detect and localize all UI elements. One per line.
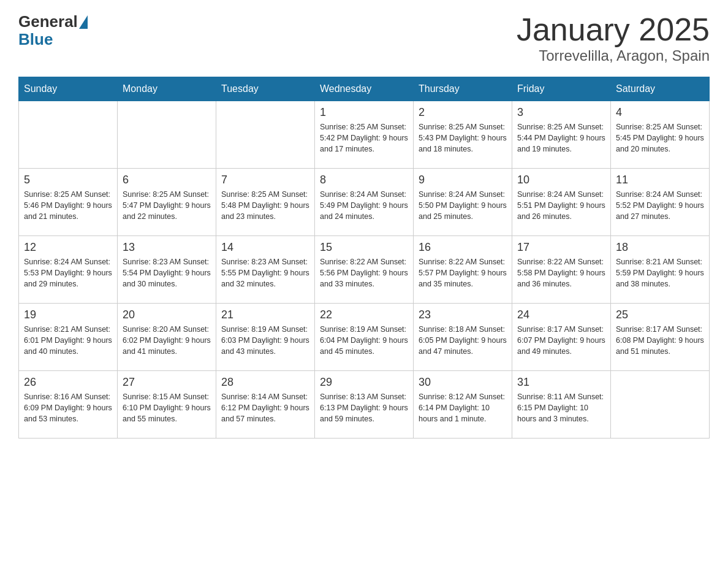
day-info: Sunrise: 8:20 AM Sunset: 6:02 PM Dayligh… xyxy=(123,324,211,357)
header-cell-wednesday: Wednesday xyxy=(315,77,414,101)
calendar-cell: 25Sunrise: 8:17 AM Sunset: 6:08 PM Dayli… xyxy=(611,304,710,371)
day-info: Sunrise: 8:25 AM Sunset: 5:45 PM Dayligh… xyxy=(616,121,704,155)
header-cell-friday: Friday xyxy=(512,77,611,101)
day-info: Sunrise: 8:17 AM Sunset: 6:07 PM Dayligh… xyxy=(517,324,605,357)
day-info: Sunrise: 8:19 AM Sunset: 6:04 PM Dayligh… xyxy=(320,324,408,357)
day-number: 17 xyxy=(517,241,605,254)
day-info: Sunrise: 8:22 AM Sunset: 5:58 PM Dayligh… xyxy=(517,256,605,289)
calendar-cell xyxy=(216,101,315,169)
day-number: 26 xyxy=(24,376,112,389)
day-info: Sunrise: 8:17 AM Sunset: 6:08 PM Dayligh… xyxy=(616,324,704,357)
calendar-cell: 4Sunrise: 8:25 AM Sunset: 5:45 PM Daylig… xyxy=(611,101,710,169)
calendar-cell: 24Sunrise: 8:17 AM Sunset: 6:07 PM Dayli… xyxy=(512,304,611,371)
day-info: Sunrise: 8:24 AM Sunset: 5:51 PM Dayligh… xyxy=(517,189,605,222)
calendar-cell: 15Sunrise: 8:22 AM Sunset: 5:56 PM Dayli… xyxy=(315,236,414,304)
day-info: Sunrise: 8:22 AM Sunset: 5:57 PM Dayligh… xyxy=(419,256,507,289)
day-info: Sunrise: 8:24 AM Sunset: 5:52 PM Dayligh… xyxy=(616,189,704,222)
day-info: Sunrise: 8:11 AM Sunset: 6:15 PM Dayligh… xyxy=(517,391,605,424)
day-number: 19 xyxy=(24,308,112,321)
day-info: Sunrise: 8:15 AM Sunset: 6:10 PM Dayligh… xyxy=(123,391,211,424)
header-cell-sunday: Sunday xyxy=(19,77,118,101)
header-cell-thursday: Thursday xyxy=(414,77,512,101)
calendar-subtitle: Torrevelilla, Aragon, Spain xyxy=(517,47,710,64)
calendar-cell: 16Sunrise: 8:22 AM Sunset: 5:57 PM Dayli… xyxy=(414,236,512,304)
day-info: Sunrise: 8:24 AM Sunset: 5:50 PM Dayligh… xyxy=(419,189,507,222)
day-info: Sunrise: 8:24 AM Sunset: 5:53 PM Dayligh… xyxy=(24,256,112,289)
day-number: 11 xyxy=(616,174,704,186)
day-number: 6 xyxy=(123,174,211,186)
day-number: 18 xyxy=(616,241,704,254)
day-number: 3 xyxy=(517,106,605,119)
title-block: January 2025 Torrevelilla, Aragon, Spain xyxy=(517,12,710,64)
calendar-cell: 27Sunrise: 8:15 AM Sunset: 6:10 PM Dayli… xyxy=(118,371,216,439)
calendar-week-row: 19Sunrise: 8:21 AM Sunset: 6:01 PM Dayli… xyxy=(19,304,710,371)
day-number: 1 xyxy=(320,106,408,119)
header-cell-monday: Monday xyxy=(118,77,216,101)
calendar-cell: 23Sunrise: 8:18 AM Sunset: 6:05 PM Dayli… xyxy=(414,304,512,371)
calendar-cell: 11Sunrise: 8:24 AM Sunset: 5:52 PM Dayli… xyxy=(611,169,710,236)
page-header: General Blue January 2025 Torrevelilla, … xyxy=(18,12,710,64)
day-number: 10 xyxy=(517,174,605,186)
day-info: Sunrise: 8:21 AM Sunset: 6:01 PM Dayligh… xyxy=(24,324,112,357)
calendar-cell: 9Sunrise: 8:24 AM Sunset: 5:50 PM Daylig… xyxy=(414,169,512,236)
day-number: 14 xyxy=(221,241,309,254)
calendar-cell: 29Sunrise: 8:13 AM Sunset: 6:13 PM Dayli… xyxy=(315,371,414,439)
day-number: 28 xyxy=(221,376,309,389)
calendar-cell: 26Sunrise: 8:16 AM Sunset: 6:09 PM Dayli… xyxy=(19,371,118,439)
day-number: 21 xyxy=(221,308,309,321)
header-cell-saturday: Saturday xyxy=(611,77,710,101)
calendar-cell: 17Sunrise: 8:22 AM Sunset: 5:58 PM Dayli… xyxy=(512,236,611,304)
header-cell-tuesday: Tuesday xyxy=(216,77,315,101)
day-number: 24 xyxy=(517,308,605,321)
calendar-cell: 13Sunrise: 8:23 AM Sunset: 5:54 PM Dayli… xyxy=(118,236,216,304)
header-row: SundayMondayTuesdayWednesdayThursdayFrid… xyxy=(19,77,710,101)
calendar-cell: 8Sunrise: 8:24 AM Sunset: 5:49 PM Daylig… xyxy=(315,169,414,236)
day-number: 2 xyxy=(419,106,507,119)
day-info: Sunrise: 8:23 AM Sunset: 5:54 PM Dayligh… xyxy=(123,256,211,289)
calendar-cell: 18Sunrise: 8:21 AM Sunset: 5:59 PM Dayli… xyxy=(611,236,710,304)
calendar-cell xyxy=(611,371,710,439)
calendar-cell: 12Sunrise: 8:24 AM Sunset: 5:53 PM Dayli… xyxy=(19,236,118,304)
calendar-cell: 10Sunrise: 8:24 AM Sunset: 5:51 PM Dayli… xyxy=(512,169,611,236)
day-number: 23 xyxy=(419,308,507,321)
day-number: 22 xyxy=(320,308,408,321)
day-number: 12 xyxy=(24,241,112,254)
day-info: Sunrise: 8:25 AM Sunset: 5:47 PM Dayligh… xyxy=(123,189,211,222)
day-info: Sunrise: 8:14 AM Sunset: 6:12 PM Dayligh… xyxy=(221,391,309,424)
calendar-cell: 20Sunrise: 8:20 AM Sunset: 6:02 PM Dayli… xyxy=(118,304,216,371)
calendar-cell: 30Sunrise: 8:12 AM Sunset: 6:14 PM Dayli… xyxy=(414,371,512,439)
day-number: 9 xyxy=(419,174,507,186)
day-info: Sunrise: 8:21 AM Sunset: 5:59 PM Dayligh… xyxy=(616,256,704,289)
day-number: 30 xyxy=(419,376,507,389)
day-info: Sunrise: 8:25 AM Sunset: 5:43 PM Dayligh… xyxy=(419,121,507,155)
calendar-cell: 1Sunrise: 8:25 AM Sunset: 5:42 PM Daylig… xyxy=(315,101,414,169)
day-info: Sunrise: 8:25 AM Sunset: 5:44 PM Dayligh… xyxy=(517,121,605,155)
day-number: 20 xyxy=(123,308,211,321)
logo-blue-text: Blue xyxy=(18,31,53,47)
day-number: 13 xyxy=(123,241,211,254)
day-info: Sunrise: 8:25 AM Sunset: 5:42 PM Dayligh… xyxy=(320,121,408,155)
calendar-week-row: 1Sunrise: 8:25 AM Sunset: 5:42 PM Daylig… xyxy=(19,101,710,169)
calendar-table: SundayMondayTuesdayWednesdayThursdayFrid… xyxy=(18,77,710,439)
calendar-cell xyxy=(118,101,216,169)
calendar-cell: 7Sunrise: 8:25 AM Sunset: 5:48 PM Daylig… xyxy=(216,169,315,236)
calendar-cell: 3Sunrise: 8:25 AM Sunset: 5:44 PM Daylig… xyxy=(512,101,611,169)
logo: General Blue xyxy=(18,12,88,47)
calendar-week-row: 26Sunrise: 8:16 AM Sunset: 6:09 PM Dayli… xyxy=(19,371,710,439)
day-number: 8 xyxy=(320,174,408,186)
day-info: Sunrise: 8:18 AM Sunset: 6:05 PM Dayligh… xyxy=(419,324,507,357)
day-info: Sunrise: 8:12 AM Sunset: 6:14 PM Dayligh… xyxy=(419,391,507,424)
calendar-cell: 2Sunrise: 8:25 AM Sunset: 5:43 PM Daylig… xyxy=(414,101,512,169)
calendar-cell: 21Sunrise: 8:19 AM Sunset: 6:03 PM Dayli… xyxy=(216,304,315,371)
calendar-title: January 2025 xyxy=(517,12,710,47)
calendar-cell: 19Sunrise: 8:21 AM Sunset: 6:01 PM Dayli… xyxy=(19,304,118,371)
calendar-cell: 31Sunrise: 8:11 AM Sunset: 6:15 PM Dayli… xyxy=(512,371,611,439)
day-number: 7 xyxy=(221,174,309,186)
calendar-cell: 28Sunrise: 8:14 AM Sunset: 6:12 PM Dayli… xyxy=(216,371,315,439)
day-number: 29 xyxy=(320,376,408,389)
calendar-cell xyxy=(19,101,118,169)
day-info: Sunrise: 8:24 AM Sunset: 5:49 PM Dayligh… xyxy=(320,189,408,222)
calendar-cell: 6Sunrise: 8:25 AM Sunset: 5:47 PM Daylig… xyxy=(118,169,216,236)
calendar-cell: 22Sunrise: 8:19 AM Sunset: 6:04 PM Dayli… xyxy=(315,304,414,371)
day-info: Sunrise: 8:22 AM Sunset: 5:56 PM Dayligh… xyxy=(320,256,408,289)
